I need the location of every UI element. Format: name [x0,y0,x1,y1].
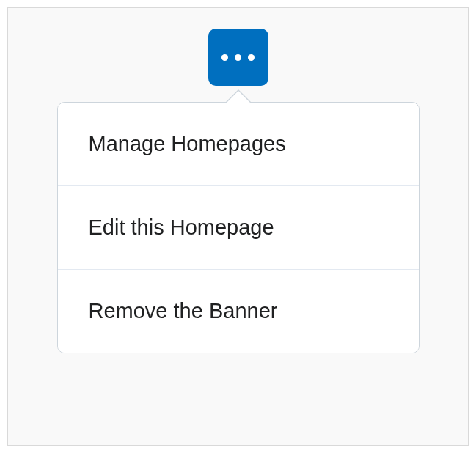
dropdown-menu: Manage Homepages Edit this Homepage Remo… [57,102,420,353]
ellipsis-icon [235,54,241,61]
more-options-button[interactable] [208,29,268,86]
page-container: Manage Homepages Edit this Homepage Remo… [7,7,469,446]
dropdown-arrow-icon [225,89,252,103]
menu-item-remove-banner[interactable]: Remove the Banner [58,270,419,353]
menu-item-manage-homepages[interactable]: Manage Homepages [58,103,419,186]
dropdown-menu-wrapper: Manage Homepages Edit this Homepage Remo… [57,102,420,353]
ellipsis-icon [248,54,255,61]
menu-item-label: Manage Homepages [89,132,286,155]
menu-item-label: Remove the Banner [89,299,278,323]
menu-item-edit-homepage[interactable]: Edit this Homepage [58,186,419,270]
menu-item-label: Edit this Homepage [89,216,274,239]
ellipsis-icon [221,54,228,61]
